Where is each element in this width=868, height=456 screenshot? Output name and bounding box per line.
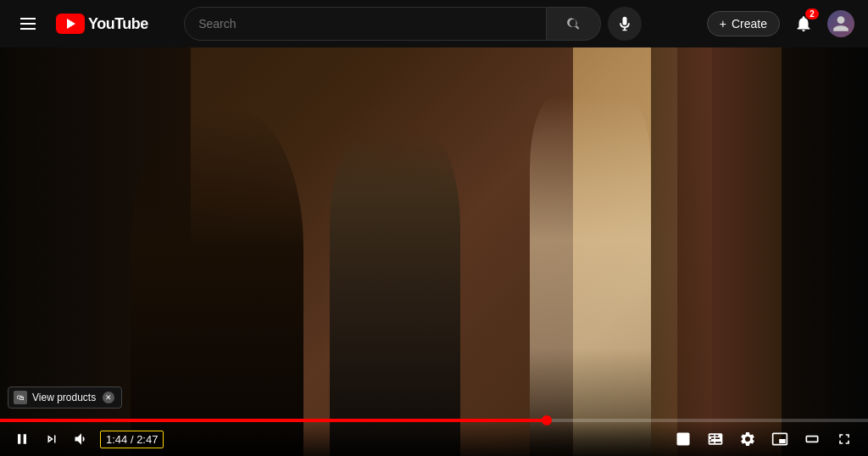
search-bar: [184, 7, 642, 41]
play-pause-button[interactable]: [10, 427, 34, 451]
subtitles-button[interactable]: [702, 427, 729, 451]
scene-figure-right: [530, 97, 651, 456]
header-left: YouTube: [14, 11, 148, 36]
scene-figure-center: [330, 129, 460, 456]
notification-badge: 2: [805, 8, 819, 19]
autoplay-button[interactable]: [670, 427, 697, 451]
youtube-logo[interactable]: YouTube: [56, 14, 148, 34]
youtube-text: YouTube: [88, 15, 148, 33]
header: YouTube + Create 2: [0, 0, 868, 47]
miniplayer-button[interactable]: [766, 427, 793, 451]
volume-button[interactable]: [70, 427, 93, 451]
video-container: 🛍 View products ✕: [0, 47, 868, 456]
mic-button[interactable]: [608, 7, 642, 41]
video-frame[interactable]: 🛍 View products ✕: [0, 47, 868, 456]
pause-icon: [14, 431, 31, 448]
search-input-wrap: [184, 7, 547, 41]
mic-icon: [616, 15, 633, 32]
theater-icon: [804, 431, 821, 448]
autoplay-icon: [675, 431, 692, 448]
create-button[interactable]: + Create: [707, 11, 780, 36]
miniplayer-icon: [771, 431, 788, 448]
time-display: 1:44 / 2:47: [100, 431, 164, 448]
fullscreen-button[interactable]: [831, 427, 858, 451]
hamburger-menu-button[interactable]: [14, 11, 42, 36]
search-input[interactable]: [198, 17, 532, 31]
fullscreen-icon: [836, 431, 853, 448]
create-label: Create: [732, 17, 767, 31]
search-button[interactable]: [547, 7, 601, 41]
search-icon: [566, 16, 581, 31]
settings-button[interactable]: [734, 427, 761, 451]
view-products-badge[interactable]: 🛍 View products ✕: [8, 386, 122, 409]
settings-icon: [739, 431, 756, 448]
controls-right: [670, 427, 858, 451]
view-products-close-button[interactable]: ✕: [103, 392, 114, 403]
theater-mode-button[interactable]: [798, 427, 826, 451]
create-plus: +: [720, 17, 726, 31]
next-icon: [44, 431, 59, 447]
header-right: + Create 2: [707, 7, 854, 41]
scene-figure-left: [131, 108, 304, 456]
youtube-play-icon: [56, 14, 85, 34]
view-products-label: View products: [32, 392, 96, 403]
next-button[interactable]: [41, 428, 63, 450]
subtitles-icon: [707, 431, 724, 448]
volume-icon: [73, 431, 90, 448]
avatar[interactable]: [827, 10, 854, 37]
scene-wood-panel: [651, 47, 782, 456]
controls-bar: 1:44 / 2:47: [0, 422, 868, 456]
notifications-button[interactable]: 2: [787, 7, 821, 41]
avatar-icon: [832, 14, 850, 33]
view-products-icon: 🛍: [14, 391, 27, 404]
